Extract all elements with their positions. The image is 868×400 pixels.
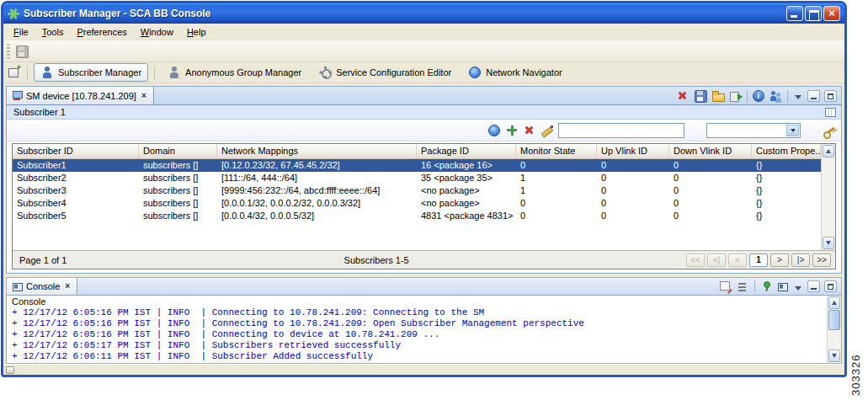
console-line: + 12/17/12 6:05:16 PM IST | INFO | Conne… [12,329,827,340]
maximize-view-icon[interactable] [824,90,837,102]
page-number-box[interactable]: 1 [749,253,768,267]
column-header[interactable]: Subscriber ID [13,144,139,158]
perspective-service-configuration-editor[interactable]: Service Configuration Editor [312,63,458,82]
column-header[interactable]: Domain [139,144,217,158]
console-tab-close-icon[interactable] [63,281,72,291]
separator [27,66,28,80]
status-bar [3,364,844,375]
menu-item-window[interactable]: Window [134,25,180,39]
fast-view-grip[interactable] [6,366,14,374]
open-perspective-icon[interactable] [8,66,21,79]
scroll-lock-icon[interactable] [737,280,750,293]
table-row[interactable]: Subscriber2subscribers [][111::/64, 444:… [13,172,821,184]
pagination-button[interactable]: |> [791,253,810,267]
column-header[interactable]: Custom Prope... [752,144,821,158]
add-subscriber-icon[interactable] [505,124,519,137]
table-cell: subscribers [] [139,184,217,197]
open-folder-icon[interactable] [711,89,725,103]
console-tab-label: Console [26,281,60,291]
console-menu-icon[interactable] [792,281,803,292]
chevron-down-icon[interactable] [786,125,799,136]
menu-item-tools[interactable]: Tools [35,25,71,39]
table-cell: 0 [669,184,752,197]
table-scrollbar[interactable] [821,144,835,250]
scrollbar-thumb[interactable] [828,310,840,330]
key-icon[interactable] [823,124,836,137]
view-menu-icon[interactable] [792,90,803,101]
table-cell: {} [752,184,821,197]
edit-subscriber-icon[interactable] [541,124,554,137]
window-controls [786,6,840,21]
table-cell: subscribers [] [139,210,217,222]
table-cell: Subscriber3 [13,184,139,197]
globe-icon[interactable] [487,124,501,137]
menu-bar: FileToolsPreferencesWindowHelp [3,24,844,40]
menu-item-help[interactable]: Help [180,25,213,39]
menu-item-file[interactable]: File [7,25,35,39]
table-row[interactable]: Subscriber1subscribers [][0.12.0.23/32, … [13,159,821,172]
pagination-button[interactable]: > [770,253,789,267]
editor-tab-label: SM device [10.78.241.209] [26,91,136,101]
column-header[interactable]: Down Vlink ID [669,144,752,158]
scrollbar-track[interactable] [822,158,835,236]
table-row[interactable]: Subscriber5subscribers [][0.0.0.4/32, 0.… [13,210,821,222]
minimize-view-icon[interactable] [807,280,820,292]
table-row[interactable]: Subscriber4subscribers [][0.0.0.1/32, 0.… [13,197,821,210]
table-cell: subscribers [] [139,172,217,184]
console-scrollbar[interactable] [827,296,841,363]
gear-icon [318,66,332,79]
editor-tab-sm-device[interactable]: SM device [10.78.241.209] [7,87,154,104]
minimize-button[interactable] [786,6,803,21]
maximize-view-icon[interactable] [824,280,837,292]
main-toolbar [3,40,844,62]
filter-dropdown[interactable] [706,123,801,138]
close-button[interactable] [823,6,840,21]
table-cell: 1 [516,172,597,184]
toolbar-grip[interactable] [7,44,10,59]
minimize-view-icon[interactable] [807,90,820,102]
table-cell: Subscriber2 [13,172,139,184]
clear-console-icon[interactable] [719,280,732,293]
scrollbar-track[interactable] [828,330,841,349]
table-cell: subscribers [] [139,197,217,210]
table-cell: <no package> [417,184,516,197]
scroll-up-icon[interactable] [828,296,840,309]
pin-console-icon[interactable] [759,280,773,293]
scroll-down-icon[interactable] [828,349,840,362]
column-header[interactable]: Network Mappings [217,144,417,158]
console-tab[interactable]: Console [7,278,77,295]
range-label: Subscribers 1-5 [67,255,686,265]
export-icon[interactable] [729,89,743,103]
save-icon[interactable] [694,89,707,103]
maximize-button[interactable] [805,6,822,21]
separator [154,66,155,80]
perspective-network-navigator[interactable]: Network Navigator [461,63,568,82]
editor-tab-bar: SM device [10.78.241.209] [7,87,841,105]
table-cell: 1 [516,184,597,197]
table-cell: Subscriber4 [13,197,139,210]
perspective-subscriber-manager[interactable]: Subscriber Manager [34,63,148,82]
table-cell: {} [752,172,821,184]
filter-input[interactable] [558,123,684,138]
column-header[interactable]: Package ID [417,144,516,158]
pagination-button[interactable]: >> [812,253,831,267]
table-cell: 0 [516,197,597,210]
save-icon[interactable] [15,45,29,58]
column-header[interactable]: Monitor State [516,144,597,158]
scroll-up-icon[interactable] [823,145,834,157]
subscriber-manager-icon [40,66,54,79]
subscribers-icon[interactable] [769,89,783,103]
info-icon[interactable] [752,89,765,103]
open-console-icon[interactable] [777,281,788,292]
menu-item-preferences[interactable]: Preferences [70,25,133,39]
pagination-button: << [686,253,705,267]
customize-columns-icon[interactable] [823,105,837,119]
scroll-down-icon[interactable] [823,237,834,249]
perspective-anonymous-group-manager[interactable]: Anonymous Group Manager [161,63,308,82]
table-row[interactable]: Subscriber3subscribers [][9999:456:232::… [13,184,821,197]
console-tab-bar: Console [7,278,841,296]
delete-subscriber-icon[interactable] [523,124,536,137]
editor-tab-close-icon[interactable] [140,91,148,101]
column-header[interactable]: Up Vlink ID [597,144,669,158]
delete-icon[interactable] [676,89,690,103]
